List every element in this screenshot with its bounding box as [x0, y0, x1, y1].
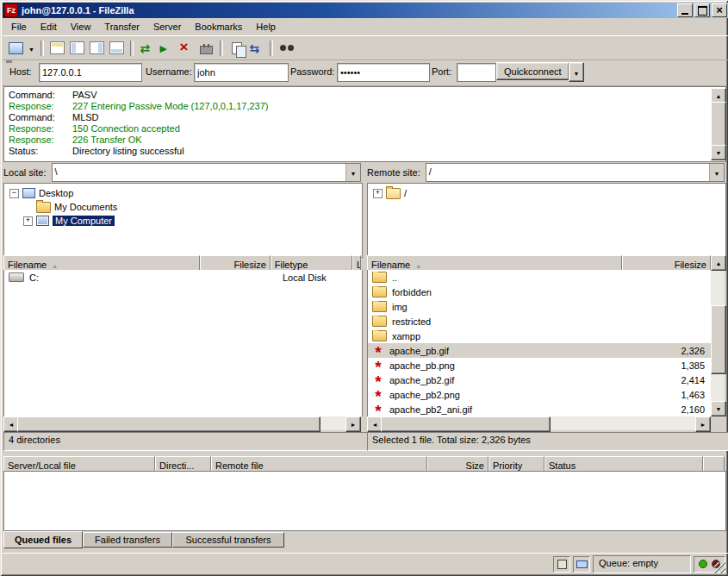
disconnect-button[interactable] [196, 39, 216, 58]
menu-help[interactable]: Help [249, 20, 283, 34]
remote-file-row[interactable]: forbidden [368, 285, 712, 299]
local-site-dropdown-button[interactable] [345, 164, 360, 181]
tree-item-label: My Documents [54, 202, 117, 212]
tab-queued-files[interactable]: Queued files [3, 531, 83, 548]
sort-ascending-icon [47, 260, 58, 270]
site-manager-button[interactable] [6, 39, 26, 58]
remote-tree-icon [90, 41, 104, 54]
toolbar-separator [270, 41, 273, 56]
maximize-button[interactable] [694, 3, 710, 17]
remote-file-row[interactable]: apache_pb2.gif2,414 [368, 373, 712, 387]
local-file-row[interactable]: C: Local Disk [4, 270, 362, 285]
local-file-list: C: Local Disk [3, 270, 363, 416]
directory-comparison-button[interactable] [227, 39, 246, 58]
remote-file-row[interactable]: apache_pb.png1,385 [368, 358, 712, 373]
quickconnect-dropdown-button[interactable] [569, 62, 584, 82]
folder-icon [372, 301, 387, 312]
scroll-right-arrow[interactable] [695, 416, 711, 432]
close-button[interactable] [712, 3, 727, 17]
log-vertical-scrollbar[interactable] [711, 88, 725, 160]
image-file-icon [372, 360, 384, 372]
remote-site-combobox[interactable]: / [426, 163, 725, 182]
scroll-down-arrow[interactable] [711, 401, 726, 416]
tab-failed-transfers[interactable]: Failed transfers [83, 532, 172, 548]
find-files-button[interactable] [277, 39, 296, 58]
scroll-down-arrow[interactable] [711, 145, 726, 160]
local-tree-pane: − Desktop My Documents + My Computer [3, 183, 363, 258]
image-file-icon [372, 345, 384, 357]
toolbar-separator [220, 41, 223, 56]
remote-file-row-selected[interactable]: apache_pb.gif2,326 [368, 343, 712, 358]
scroll-up-arrow[interactable] [711, 255, 726, 271]
menu-edit[interactable]: Edit [34, 20, 64, 34]
open-folder-icon [386, 188, 401, 199]
username-input[interactable] [194, 63, 289, 82]
process-queue-button[interactable] [157, 39, 177, 58]
collapse-icon[interactable]: − [9, 189, 19, 198]
quickconnect-button[interactable]: Quickconnect [496, 62, 569, 80]
remote-file-row[interactable]: restricted [368, 314, 712, 329]
log-line: Response:226 Transfer OK [9, 135, 707, 146]
remote-file-list: .. forbidden img restricted xampp apache… [367, 270, 712, 416]
remote-file-row[interactable]: .. [368, 270, 712, 285]
toolbar-separator [40, 41, 44, 56]
minimize-button[interactable] [677, 3, 693, 17]
remote-file-row[interactable]: apache_pb2.png1,463 [368, 387, 712, 402]
menu-transfer[interactable]: Transfer [97, 20, 146, 34]
scroll-right-arrow[interactable] [345, 416, 361, 432]
scrollbar-thumb[interactable] [17, 416, 320, 432]
chevron-down-icon [28, 43, 34, 53]
menu-server[interactable]: Server [146, 20, 188, 34]
local-site-combobox[interactable]: \ [52, 163, 361, 182]
titlebar[interactable]: Fz john@127.0.0.1 - FileZilla [3, 3, 728, 18]
folder-icon [36, 202, 51, 213]
remote-file-row[interactable]: apache_pb2_ani.gif2,160 [368, 402, 712, 416]
port-label: Port: [432, 66, 451, 77]
folder-icon [372, 316, 387, 327]
queue-status-text: Queue: empty [593, 555, 691, 573]
folder-icon [372, 272, 387, 283]
toggle-local-tree-button[interactable] [67, 39, 87, 58]
host-input[interactable] [39, 63, 142, 82]
port-input[interactable] [457, 63, 496, 82]
folder-icon [372, 330, 387, 341]
toolbar-separator [130, 41, 134, 56]
menu-file[interactable]: File [4, 20, 34, 34]
log-line: Response:150 Connection accepted [9, 123, 707, 135]
tab-successful-transfers[interactable]: Successful transfers [172, 532, 284, 548]
resize-grip[interactable] [714, 562, 725, 573]
local-status-text: 4 directories [3, 432, 371, 451]
remote-site-dropdown-button[interactable] [709, 164, 724, 181]
synchronized-browsing-button[interactable] [246, 39, 266, 58]
menu-bookmarks[interactable]: Bookmarks [188, 20, 249, 34]
transfer-type-indicator-icon [553, 556, 570, 573]
expand-icon[interactable]: + [23, 216, 33, 226]
toggle-log-view-button[interactable] [47, 39, 67, 58]
refresh-button[interactable] [137, 39, 157, 58]
image-file-icon [372, 389, 384, 401]
cancel-operation-button[interactable] [177, 39, 196, 58]
scrollbar-thumb[interactable] [711, 305, 726, 374]
local-horizontal-scrollbar[interactable] [3, 416, 361, 430]
tree-item-my-computer[interactable]: + My Computer [4, 214, 362, 228]
password-input[interactable] [337, 63, 430, 82]
remote-file-row[interactable]: xampp [368, 329, 712, 343]
remote-file-row[interactable]: img [368, 299, 712, 314]
expand-icon[interactable]: + [373, 189, 383, 198]
site-manager-icon [9, 42, 23, 54]
toolbar [3, 35, 728, 60]
toggle-queue-view-button[interactable] [107, 39, 127, 58]
tree-item-desktop[interactable]: − Desktop [4, 186, 362, 200]
scrollbar-thumb[interactable] [381, 416, 551, 432]
scrollbar-thumb[interactable] [711, 102, 726, 147]
tree-item-my-documents[interactable]: My Documents [4, 200, 362, 214]
tree-item-root[interactable]: + / [368, 186, 725, 200]
remote-vertical-scrollbar[interactable] [711, 255, 725, 416]
chevron-down-icon [714, 167, 720, 178]
queue-list[interactable] [3, 471, 726, 531]
minimize-icon [681, 13, 688, 15]
menu-view[interactable]: View [64, 20, 98, 34]
remote-horizontal-scrollbar[interactable] [367, 416, 711, 430]
toggle-remote-tree-button[interactable] [87, 39, 107, 58]
site-manager-dropdown-button[interactable] [26, 39, 37, 58]
